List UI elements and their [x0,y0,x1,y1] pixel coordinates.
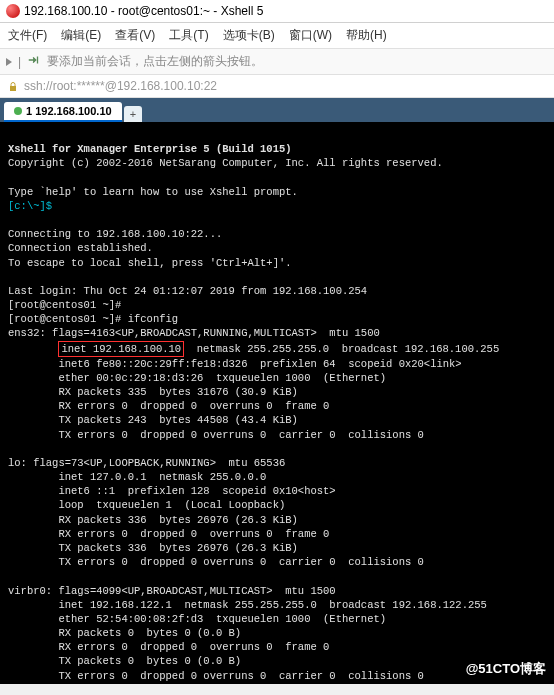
tabbar: 1 192.168.100.10 + [0,98,554,122]
ens-inet-rest: netmask 255.255.255.0 broadcast 192.168.… [184,343,499,355]
add-tab-button[interactable]: + [124,106,142,122]
terminal[interactable]: Xshell for Xmanager Enterprise 5 (Build … [0,122,554,684]
lo-loop: loop txqueuelen 1 (Local Loopback) [8,499,285,511]
virbr-txp: TX packets 0 bytes 0 (0.0 B) [8,655,241,667]
local-prompt: [c:\~]$ [8,200,52,212]
addressbar: ssh://root:******@192.168.100.10:22 [0,75,554,98]
titlebar: 192.168.100.10 - root@centos01:~ - Xshel… [0,0,554,23]
virbr-header: virbr0: flags=4099<UP,BROADCAST,MULTICAS… [8,585,336,597]
virbr-ether: ether 52:54:00:08:2f:d3 txqueuelen 1000 … [8,613,386,625]
menu-view[interactable]: 查看(V) [115,27,155,44]
menu-edit[interactable]: 编辑(E) [61,27,101,44]
tab-label: 1 192.168.100.10 [26,105,112,117]
add-session-arrow-icon[interactable] [27,53,41,70]
ens-header: ens32: flags=4163<UP,BROADCAST,RUNNING,M… [8,327,380,339]
dropdown-icon[interactable] [6,58,12,66]
banner-line: Xshell for Xmanager Enterprise 5 (Build … [8,143,292,155]
lo-txp: TX packets 336 bytes 26976 (26.3 KiB) [8,542,298,554]
help-line: Type `help' to learn how to use Xshell p… [8,186,298,198]
lo-rxe: RX errors 0 dropped 0 overruns 0 frame 0 [8,528,329,540]
menu-tools[interactable]: 工具(T) [169,27,208,44]
tab-session-1[interactable]: 1 192.168.100.10 [4,102,122,122]
menu-tabs[interactable]: 选项卡(B) [223,27,275,44]
ens-ether: ether 00:0c:29:18:d3:26 txqueuelen 1000 … [8,372,386,384]
command-line: [root@centos01 ~]# ifconfig [8,313,178,325]
divider: | [18,55,21,69]
virbr-rxp: RX packets 0 bytes 0 (0.0 B) [8,627,241,639]
ens-inet6: inet6 fe80::20c:29ff:fe18:d326 prefixlen… [8,358,462,370]
menu-window[interactable]: 窗口(W) [289,27,332,44]
lo-inet: inet 127.0.0.1 netmask 255.0.0.0 [8,471,266,483]
connection-status-icon [14,107,22,115]
menubar: 文件(F) 编辑(E) 查看(V) 工具(T) 选项卡(B) 窗口(W) 帮助(… [0,23,554,49]
virbr-rxe: RX errors 0 dropped 0 overruns 0 frame 0 [8,641,329,653]
ens-rxp: RX packets 335 bytes 31676 (30.9 KiB) [8,386,298,398]
lo-header: lo: flags=73<UP,LOOPBACK,RUNNING> mtu 65… [8,457,285,469]
app-icon [6,4,20,18]
copyright-line: Copyright (c) 2002-2016 NetSarang Comput… [8,157,443,169]
lastlogin-line: Last login: Thu Oct 24 01:12:07 2019 fro… [8,285,367,297]
toolbar-hint: 要添加当前会话，点击左侧的箭头按钮。 [47,53,263,70]
toolbar: | 要添加当前会话，点击左侧的箭头按钮。 [0,49,554,75]
menu-file[interactable]: 文件(F) [8,27,47,44]
lo-rxp: RX packets 336 bytes 26976 (26.3 KiB) [8,514,298,526]
url-text[interactable]: ssh://root:******@192.168.100.10:22 [24,79,217,93]
ens-txp: TX packets 243 bytes 44508 (43.4 KiB) [8,414,298,426]
menu-help[interactable]: 帮助(H) [346,27,387,44]
connecting-line: Connecting to 192.168.100.10:22... [8,228,222,240]
ens-txe: TX errors 0 dropped 0 overruns 0 carrier… [8,429,424,441]
watermark: @51CTO博客 [466,660,546,678]
window-title: 192.168.100.10 - root@centos01:~ - Xshel… [24,4,263,18]
ens-rxe: RX errors 0 dropped 0 overruns 0 frame 0 [8,400,329,412]
lo-txe: TX errors 0 dropped 0 overruns 0 carrier… [8,556,424,568]
svg-rect-0 [10,86,16,91]
virbr-inet: inet 192.168.122.1 netmask 255.255.255.0… [8,599,487,611]
virbr-txe: TX errors 0 dropped 0 overruns 0 carrier… [8,670,424,682]
prompt-line: [root@centos01 ~]# [8,299,121,311]
inet-highlight: inet 192.168.100.10 [58,341,184,357]
lo-inet6: inet6 ::1 prefixlen 128 scopeid 0x10<hos… [8,485,336,497]
established-line: Connection established. [8,242,153,254]
escape-line: To escape to local shell, press 'Ctrl+Al… [8,257,292,269]
lock-icon [8,81,18,91]
